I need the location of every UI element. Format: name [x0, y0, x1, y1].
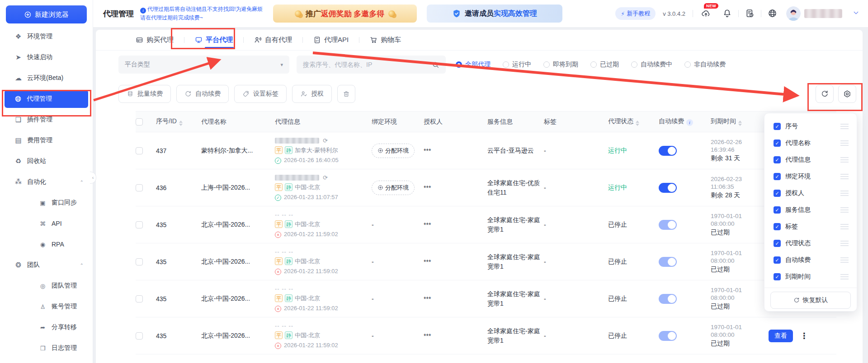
drag-handle-icon[interactable] [840, 257, 849, 263]
row-checkbox[interactable] [136, 147, 143, 154]
tab-平台代理[interactable]: 平台代理 [194, 30, 234, 51]
refresh-button[interactable] [816, 85, 834, 103]
view-button[interactable]: 查看 [769, 330, 793, 342]
drag-handle-icon[interactable] [840, 224, 849, 229]
column-checkbox[interactable]: ✓ [774, 123, 781, 130]
sidebar-item-0[interactable]: ❖环境管理 [0, 26, 93, 47]
select-all-checkbox[interactable] [136, 118, 143, 126]
sidebar-item-7[interactable]: ⁂自动化⌃ [0, 172, 93, 192]
row-checkbox[interactable] [136, 295, 143, 302]
sidebar-subitem-7-2[interactable]: ◉RPA [0, 234, 93, 255]
platform-type-select[interactable]: 平台类型 ▾ [118, 56, 289, 74]
column-checkbox[interactable]: ✓ [774, 140, 781, 147]
sidebar-subitem-7-1[interactable]: ⌘API [0, 213, 93, 234]
proxy-location-line: 平静中国-北京 [275, 294, 372, 302]
column-checkbox[interactable]: ✓ [774, 190, 781, 197]
tab-购物车[interactable]: 购物车 [369, 30, 402, 51]
toolbar-button-设置标签[interactable]: 设置标签 [234, 85, 287, 103]
drag-handle-icon[interactable] [840, 140, 849, 146]
drag-handle-icon[interactable] [840, 241, 849, 246]
sidebar-subitem-8-3[interactable]: ❒日志管理 [0, 338, 93, 358]
tutorial-button[interactable]: ⚡ 新手教程 [615, 7, 656, 20]
sidebar-subitem-8-1[interactable]: ♙账号管理 [0, 296, 93, 317]
column-checkbox[interactable]: ✓ [774, 206, 781, 214]
log-document-icon[interactable] [745, 8, 755, 19]
sidebar-item-6[interactable]: ♻回收站 [0, 151, 93, 172]
restore-default-button[interactable]: 恢复默认 [770, 292, 851, 309]
drag-handle-icon[interactable] [840, 174, 849, 179]
delete-button[interactable] [337, 85, 355, 103]
drag-handle-icon[interactable] [840, 191, 849, 196]
assign-env-button[interactable]: 分配环境 [372, 181, 415, 195]
auto-renew-toggle[interactable] [659, 220, 677, 230]
promo-banner-invite[interactable]: 邀请成员实现高效管理 [427, 5, 562, 23]
column-settings-gear-button[interactable] [838, 85, 856, 103]
radio-circle [684, 61, 691, 68]
chevron-up-icon[interactable]: ⌃ [80, 180, 84, 185]
row-checkbox[interactable] [136, 332, 143, 340]
sidebar-item-2[interactable]: ☁云环境(Beta) [0, 68, 93, 88]
toolbar-button-自动续费[interactable]: 自动续费 [176, 85, 229, 103]
tab-自有代理[interactable]: 自有代理 [253, 30, 293, 51]
column-panel-item: ✓自动续费 [764, 251, 857, 268]
column-checkbox[interactable]: ✓ [774, 256, 781, 264]
column-checkbox[interactable]: ✓ [774, 156, 781, 163]
auto-renew-toggle[interactable] [659, 183, 677, 193]
cloud-upload-icon[interactable]: NEW [701, 8, 711, 19]
sidebar-subitem-8-0[interactable]: ◎团队管理 [0, 275, 93, 296]
auto-renew-toggle[interactable] [659, 331, 677, 341]
user-avatar[interactable] [786, 6, 801, 21]
new-badge: NEW [704, 3, 718, 9]
chevron-up-icon[interactable]: ⌃ [80, 263, 84, 268]
search-icon[interactable] [432, 61, 439, 69]
cell-status: 运行中 [608, 169, 659, 206]
radio-非自动续费[interactable]: 非自动续费 [684, 60, 726, 69]
drag-handle-icon[interactable] [840, 124, 849, 129]
row-checkbox[interactable] [136, 221, 143, 228]
sidebar-subitem-label: API [52, 220, 62, 227]
drag-handle-icon[interactable] [840, 207, 849, 213]
sidebar-item-1[interactable]: ➤快速启动 [0, 47, 93, 68]
more-actions-icon[interactable]: ⋮ [800, 331, 808, 341]
chevron-down-icon[interactable] [852, 9, 860, 18]
column-checkbox[interactable]: ✓ [774, 273, 781, 280]
sort-icon[interactable] [179, 121, 183, 126]
refresh-ip-icon[interactable]: ⟳ [323, 174, 328, 181]
sidebar-item-4[interactable]: ❑插件管理 [0, 109, 93, 130]
cell-service-info: 云平台-亚马逊云 [487, 132, 544, 169]
notification-bell-icon[interactable] [722, 8, 732, 19]
promo-banner-referral[interactable]: 推广返佣奖励 多邀多得 [273, 5, 417, 23]
auto-renew-toggle[interactable] [659, 257, 677, 267]
column-checkbox[interactable]: ✓ [774, 173, 781, 180]
auto-renew-toggle[interactable] [659, 294, 677, 304]
sort-icon[interactable] [636, 121, 639, 126]
toolbar-button-授权[interactable]: 授权 [292, 85, 332, 103]
auto-renew-toggle[interactable] [659, 146, 677, 156]
sidebar-subitem-8-2[interactable]: ➦分享转移 [0, 317, 93, 338]
drag-handle-icon[interactable] [840, 157, 849, 163]
sidebar-item-5[interactable]: ▤费用管理 [0, 130, 93, 151]
language-globe-icon[interactable] [768, 8, 777, 19]
radio-已过期[interactable]: 已过期 [590, 60, 619, 69]
tab-购买代理[interactable]: 购买代理 [135, 30, 175, 51]
assign-env-button[interactable]: 分配环境 [372, 144, 415, 158]
sidebar-item-8[interactable]: ❂团队⌃ [0, 255, 93, 275]
tab-代理API[interactable]: 代理API [312, 30, 349, 51]
sidebar-item-proxy-management[interactable]: 代理管理 [5, 90, 88, 108]
toolbar-button-批量续费[interactable]: 批量续费 [118, 85, 171, 103]
search-input[interactable] [303, 61, 432, 68]
row-checkbox[interactable] [136, 258, 143, 265]
radio-自动续费中[interactable]: 自动续费中 [631, 60, 672, 69]
column-checkbox[interactable]: ✓ [774, 240, 781, 247]
column-checkbox[interactable]: ✓ [774, 223, 781, 230]
sort-icon[interactable] [738, 121, 742, 126]
refresh-ip-icon[interactable]: ⟳ [323, 137, 328, 144]
radio-即将到期[interactable]: 即将到期 [543, 60, 578, 69]
radio-全部代理[interactable]: 全部代理 [456, 60, 491, 69]
new-browser-button[interactable]: 新建浏览器 [6, 5, 87, 23]
radio-运行中[interactable]: 运行中 [503, 60, 531, 69]
drag-handle-icon[interactable] [840, 274, 849, 279]
sidebar-subitem-7-0[interactable]: ▣窗口同步 [0, 192, 93, 213]
cell-proxy-name: 蒙特利尔-加拿大... [201, 132, 275, 169]
row-checkbox[interactable] [136, 184, 143, 191]
